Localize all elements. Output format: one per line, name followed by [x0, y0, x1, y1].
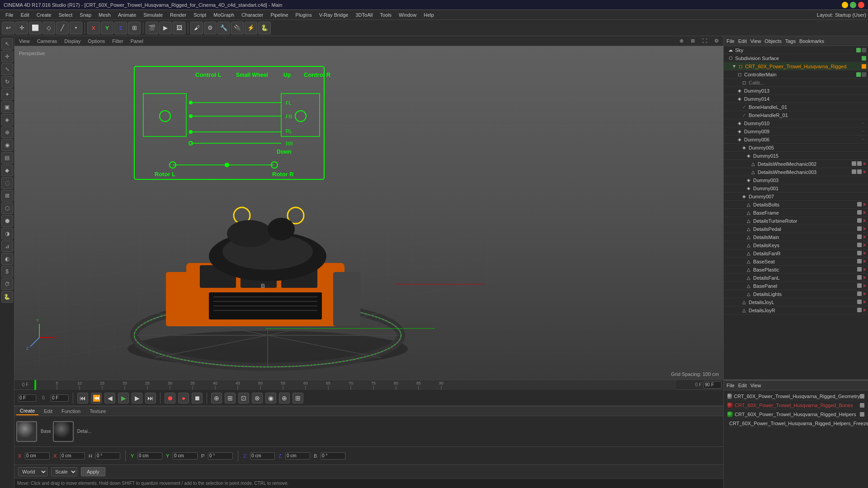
- tool-group4[interactable]: ◉: [1, 139, 13, 151]
- tool-group1[interactable]: ▣: [1, 101, 13, 113]
- material-thumb-detail[interactable]: [53, 421, 74, 442]
- tool-group9[interactable]: ⬡: [1, 202, 13, 214]
- menu-create[interactable]: Create: [33, 11, 55, 19]
- tool-anim[interactable]: ⏱: [1, 278, 13, 290]
- obj-row-detailsjoyr[interactable]: △ DetailsJoyR ✕: [724, 306, 868, 314]
- vst-cameras[interactable]: Cameras: [34, 38, 60, 45]
- obj-row-dummy014[interactable]: ◈ Dummy014: [724, 95, 868, 103]
- coord-p-input[interactable]: [208, 452, 233, 460]
- vst-panel[interactable]: Panel: [128, 38, 146, 45]
- mat-menu-edit[interactable]: Edit: [738, 383, 747, 388]
- obj-row-dummy005[interactable]: ◈ Dummy005: [724, 144, 868, 152]
- tool-group6[interactable]: ◆: [1, 164, 13, 176]
- coord-h-input[interactable]: [95, 452, 120, 460]
- tool-group2[interactable]: ◈: [1, 114, 13, 126]
- obj-row-turbine[interactable]: △ DetailsTurbineRotor ✕: [724, 217, 868, 225]
- frame-input2[interactable]: [51, 394, 69, 402]
- minimize-button[interactable]: [842, 2, 848, 8]
- obj-row-bonehandlel[interactable]: ⟋ BoneHandleL_01: [724, 103, 868, 111]
- goto-start-button[interactable]: ⏮: [77, 393, 88, 404]
- paint-button[interactable]: 🖌: [190, 22, 203, 34]
- undo-button[interactable]: ↩: [2, 22, 14, 34]
- obj-row-calib[interactable]: ◻ Calib...: [724, 79, 868, 87]
- obj-row-pedal[interactable]: △ DetailsPedal ✕: [724, 225, 868, 233]
- obj-row-basepanel[interactable]: △ BasePanel ✕: [724, 282, 868, 290]
- window-controls[interactable]: [842, 2, 864, 8]
- apply-button[interactable]: Apply: [81, 467, 105, 476]
- coord-sz-input[interactable]: [285, 452, 310, 460]
- coord-sy-input[interactable]: [173, 452, 198, 460]
- step-back-button[interactable]: ◀: [104, 393, 115, 404]
- obj-row-subdiv[interactable]: ⬡ Subdivision Surface: [724, 54, 868, 62]
- obj-row-sky[interactable]: ☁ Sky: [724, 46, 868, 54]
- plugin3-button[interactable]: ⚡: [245, 22, 257, 34]
- menu-3dtoall[interactable]: 3DToAll: [352, 11, 376, 19]
- bp-tab-function[interactable]: Function: [58, 408, 84, 415]
- current-frame-input[interactable]: [18, 394, 36, 402]
- obj-row-dummy010[interactable]: ◈ Dummy010 ···: [724, 119, 868, 127]
- frame-end-input[interactable]: [703, 381, 722, 389]
- step-forward-button[interactable]: ▶: [132, 393, 142, 404]
- obj-menu-view[interactable]: View: [750, 38, 761, 44]
- tool-group10[interactable]: ⬢: [1, 215, 13, 227]
- play-forward-button[interactable]: ▶: [118, 393, 129, 404]
- tool-joint[interactable]: ✦: [1, 89, 13, 100]
- menu-file[interactable]: File: [2, 11, 17, 19]
- obj-row-detailslights[interactable]: △ DetailsLights ✕: [724, 290, 868, 298]
- obj-row-baseframe[interactable]: △ BaseFrame ✕: [724, 209, 868, 217]
- obj-row-dummy003[interactable]: ◈ Dummy003: [724, 176, 868, 184]
- point-button[interactable]: •: [70, 22, 82, 34]
- menu-character[interactable]: Character: [238, 11, 267, 19]
- nav4-button[interactable]: ⊗: [252, 393, 263, 404]
- tool-group5[interactable]: ▤: [1, 152, 13, 164]
- menu-script[interactable]: Script: [190, 11, 210, 19]
- obj-row-detailswheel002[interactable]: △ DetailsWheelMechanic002 ✕: [724, 160, 868, 168]
- sculpt-button[interactable]: ⚙: [204, 22, 217, 34]
- obj-row-controller[interactable]: ◻ ControllerMain: [724, 70, 868, 79]
- y-axis[interactable]: Y: [101, 22, 113, 34]
- menu-vray[interactable]: V-Ray Bridge: [316, 11, 352, 19]
- obj-menu-file[interactable]: File: [726, 38, 735, 44]
- record-button[interactable]: ⏺: [165, 393, 175, 404]
- scale-select[interactable]: Scale Size: [51, 467, 77, 476]
- tool-scale[interactable]: ⤡: [1, 63, 13, 75]
- world-select[interactable]: World Object Screen: [18, 467, 47, 476]
- obj-menu-edit[interactable]: Edit: [738, 38, 747, 44]
- obj-row-dummy015[interactable]: ◈ Dummy015: [724, 152, 868, 160]
- record2-button[interactable]: ●: [178, 393, 189, 404]
- tool-rotate[interactable]: ↻: [1, 76, 13, 88]
- timeline-ruler[interactable]: 5 10 15 20 25 30 35 40: [34, 380, 676, 390]
- obj-row-dummy007[interactable]: ◈ Dummy007: [724, 192, 868, 201]
- render3-button[interactable]: 🖼: [173, 22, 185, 34]
- obj-row-crt[interactable]: ▼ ◻ CRT_60X_Power_Trowel_Husqvarna_Rigge…: [724, 62, 868, 70]
- coord-sx-input[interactable]: [60, 452, 85, 460]
- tool-group7[interactable]: ◌: [1, 177, 13, 189]
- mat-menu-view[interactable]: View: [750, 383, 761, 388]
- tool-group3[interactable]: ⊕: [1, 127, 13, 138]
- menu-help[interactable]: Help: [420, 11, 438, 19]
- obj-row-detailsbolts[interactable]: △ DetailsBolts ✕: [724, 201, 868, 209]
- tool-group13[interactable]: ◐: [1, 253, 13, 265]
- quad-button[interactable]: ⊞: [128, 22, 141, 34]
- maximize-button[interactable]: [850, 2, 856, 8]
- bp-tab-texture[interactable]: Texture: [86, 408, 109, 415]
- plugin1-button[interactable]: 🔧: [217, 22, 230, 34]
- obj-row-detailsfanl[interactable]: △ DetailsFanL ✕: [724, 274, 868, 282]
- obj-row-detailswheel003[interactable]: △ DetailsWheelMechanic003 ✕: [724, 168, 868, 176]
- mat-row-helpers[interactable]: CRT_60X_Power_Trowel_Husqvarna_Rigged_He…: [726, 410, 866, 418]
- coord-y-input[interactable]: [137, 452, 162, 460]
- tool-move[interactable]: ✛: [1, 51, 13, 62]
- render-button[interactable]: 🎬: [146, 22, 158, 34]
- vst-icon1[interactable]: ⊕: [677, 37, 686, 45]
- obj-row-dummy013[interactable]: ◈ Dummy013: [724, 87, 868, 95]
- obj-menu-objects[interactable]: Objects: [764, 38, 781, 44]
- z-axis[interactable]: Z: [114, 22, 127, 34]
- nav3-button[interactable]: ⊡: [238, 393, 249, 404]
- move-button[interactable]: ✛: [15, 22, 28, 34]
- plugin2-button[interactable]: 🔌: [231, 22, 244, 34]
- vst-view[interactable]: View: [16, 38, 33, 45]
- material-thumb-base[interactable]: [16, 421, 37, 442]
- vst-icon2[interactable]: ⊞: [688, 37, 698, 45]
- obj-row-dummy006[interactable]: ◈ Dummy006 ···: [724, 136, 868, 144]
- menu-simulate[interactable]: Simulate: [140, 11, 166, 19]
